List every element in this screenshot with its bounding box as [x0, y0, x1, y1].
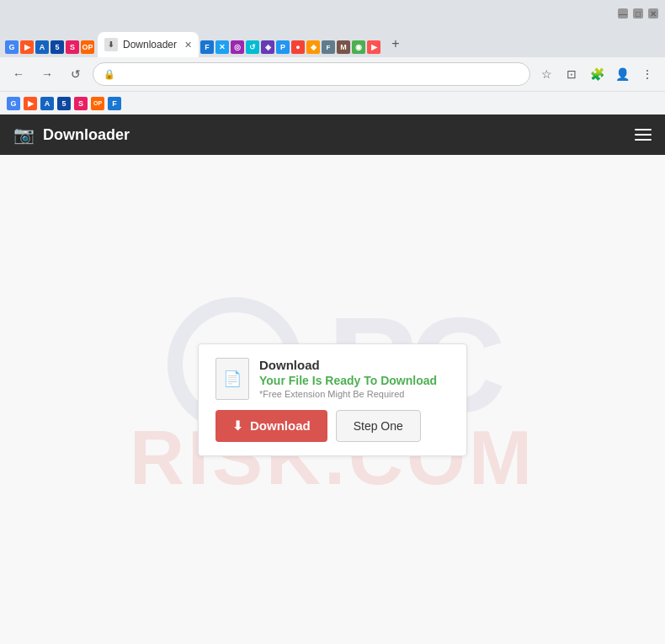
app-header: 📷 Downloader: [0, 114, 665, 155]
nav-extras: ☆ ⊡ 🧩 👤 ⋮: [535, 63, 658, 85]
favicon-square[interactable]: ◆: [306, 40, 320, 54]
active-tab-label: Downloader: [123, 39, 177, 51]
bm-play[interactable]: ▶: [24, 97, 37, 110]
file-icon-symbol: 📄: [223, 370, 242, 388]
profile-button[interactable]: ⊡: [561, 63, 583, 85]
tab-close-button[interactable]: ✕: [184, 40, 192, 51]
app-header-left: 📷 Downloader: [13, 125, 130, 145]
hamburger-line-2: [635, 134, 652, 136]
card-buttons: ⬇ Download Step One: [215, 410, 450, 442]
step-one-button[interactable]: Step One: [336, 410, 421, 442]
favicon-g[interactable]: G: [5, 40, 19, 54]
close-button[interactable]: ✕: [648, 8, 658, 19]
card-top: 📄 Download Your File Is Ready To Downloa…: [215, 358, 450, 400]
favicon-5[interactable]: 5: [51, 40, 64, 54]
favicon-m[interactable]: M: [337, 40, 350, 54]
favicon-diamond[interactable]: ◈: [261, 40, 274, 54]
favicon-play[interactable]: ▶: [20, 40, 34, 54]
title-bar: — □ ✕: [0, 0, 665, 27]
menu-button[interactable]: ⋮: [636, 63, 658, 85]
download-button-label: Download: [250, 418, 311, 433]
new-tab-button[interactable]: +: [384, 32, 407, 56]
bm-s[interactable]: S: [74, 97, 88, 110]
favicon-x[interactable]: ✕: [215, 40, 229, 54]
tabs-bar: G ▶ A 5 S OP ⬇ Downloader ✕ F ✕ ◎ ↺ ◈ P …: [0, 27, 665, 57]
favicon-dot[interactable]: ●: [291, 40, 305, 54]
main-content: PC RISK.COM 📄 Download Your File Is Read…: [0, 155, 665, 644]
card-note: *Free Extension Might Be Required: [259, 389, 437, 399]
favicon-green[interactable]: ◉: [352, 40, 365, 54]
favicon-red[interactable]: ▶: [367, 40, 380, 54]
download-button[interactable]: ⬇ Download: [215, 410, 327, 442]
forward-button[interactable]: →: [35, 62, 59, 86]
favicon-f2[interactable]: F: [322, 40, 335, 54]
account-button[interactable]: 👤: [611, 63, 633, 85]
other-tabs-row: F ✕ ◎ ↺ ◈ P ● ◆ F M ◉ ▶: [199, 40, 384, 57]
active-tab[interactable]: ⬇ Downloader ✕: [98, 32, 199, 57]
bm-op[interactable]: OP: [91, 97, 104, 110]
app-title: Downloader: [43, 126, 130, 144]
address-bar[interactable]: 🔒: [93, 62, 530, 86]
active-tab-favicon: ⬇: [104, 38, 118, 51]
bm-f[interactable]: F: [108, 97, 121, 110]
favicon-s[interactable]: S: [66, 40, 79, 54]
reload-button[interactable]: ↺: [64, 62, 88, 86]
back-button[interactable]: ←: [7, 62, 30, 86]
favicon-a[interactable]: A: [35, 40, 49, 54]
hamburger-menu[interactable]: [635, 129, 652, 141]
file-icon: 📄: [215, 358, 249, 400]
hamburger-line-1: [635, 129, 652, 130]
card-subtitle: Your File Is Ready To Download: [259, 374, 437, 387]
lock-icon: 🔒: [104, 69, 115, 80]
extensions-button[interactable]: 🧩: [586, 63, 608, 85]
tab-favicon-row: G ▶ A 5 S OP: [3, 40, 98, 57]
favicon-op[interactable]: OP: [81, 40, 94, 54]
minimize-button[interactable]: —: [618, 8, 628, 19]
bm-5[interactable]: 5: [57, 97, 71, 110]
download-card: 📄 Download Your File Is Ready To Downloa…: [198, 343, 467, 456]
card-info: Download Your File Is Ready To Download …: [259, 358, 437, 399]
favicon-f[interactable]: F: [200, 40, 214, 54]
bookmarks-bar: G ▶ A 5 S OP F: [0, 91, 665, 114]
bm-g[interactable]: G: [7, 97, 20, 110]
bookmark-button[interactable]: ☆: [535, 63, 557, 85]
app-header-icon: 📷: [13, 125, 35, 145]
maximize-button[interactable]: □: [633, 8, 643, 19]
bm-a[interactable]: A: [40, 97, 54, 110]
nav-bar: ← → ↺ 🔒 ☆ ⊡ 🧩 👤 ⋮: [0, 57, 665, 91]
card-title: Download: [259, 358, 437, 372]
favicon-refresh[interactable]: ↺: [246, 40, 259, 54]
favicon-circle[interactable]: ◎: [231, 40, 244, 54]
hamburger-line-3: [635, 139, 652, 141]
favicon-p[interactable]: P: [276, 40, 290, 54]
download-icon: ⬇: [232, 418, 243, 434]
window-controls: — □ ✕: [618, 8, 658, 19]
